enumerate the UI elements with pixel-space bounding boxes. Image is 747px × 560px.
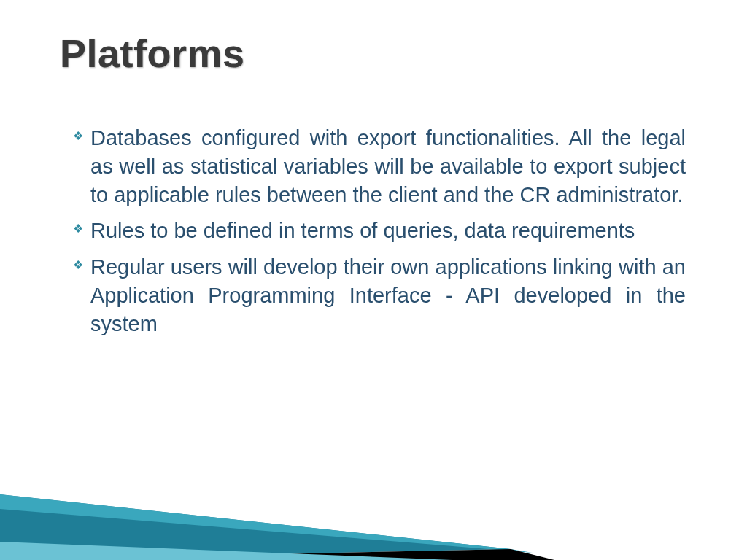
bullet-item: ❖ Databases configured with export funct… [73,124,686,209]
slide-content: ❖ Databases configured with export funct… [73,124,686,346]
svg-marker-2 [0,549,554,560]
bullet-item: ❖ Regular users will develop their own a… [73,253,686,338]
bullet-item: ❖ Rules to be defined in terms of querie… [73,217,686,245]
bullet-text: Databases configured with export functio… [90,124,686,209]
diamond-bullet-icon: ❖ [73,223,83,235]
footer-decoration [0,451,747,560]
bullet-text: Rules to be defined in terms of queries,… [90,217,686,245]
slide: Platforms ❖ Databases configured with ex… [0,0,747,560]
svg-marker-1 [0,494,533,553]
diamond-bullet-icon: ❖ [73,131,83,142]
bullet-text: Regular users will develop their own app… [90,253,686,338]
diamond-bullet-icon: ❖ [73,260,83,271]
svg-marker-3 [0,542,452,560]
svg-marker-0 [0,494,511,560]
slide-title: Platforms [60,31,245,76]
